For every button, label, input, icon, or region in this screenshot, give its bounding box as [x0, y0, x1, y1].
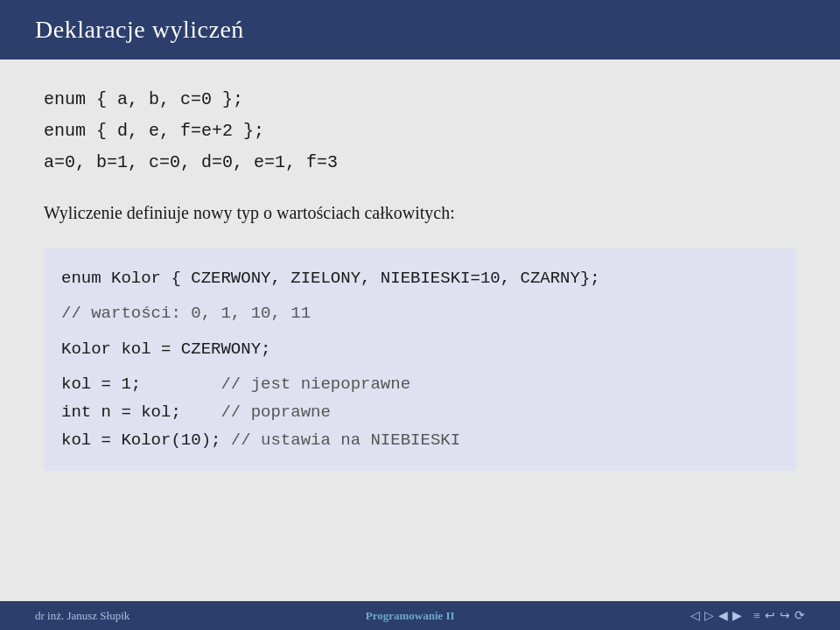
course-name: Programowanie II	[366, 609, 455, 623]
nav-icon-2[interactable]: ▷	[704, 608, 714, 623]
nav-icon-3[interactable]: ◀	[718, 608, 728, 623]
block-spacer-2	[61, 328, 779, 335]
presenter-name: dr inż. Janusz Słupik	[35, 609, 130, 623]
code-line-3: a=0, b=1, c=0, d=0, e=1, f=3	[44, 149, 796, 177]
slide-title: Deklaracje wyliczeń	[35, 16, 244, 43]
block-line-2: // wartości: 0, 1, 10, 11	[61, 299, 779, 327]
nav-icon-1[interactable]: ◁	[690, 608, 700, 623]
slide-content: enum { a, b, c=0 }; enum { d, e, f=e+2 }…	[0, 60, 840, 601]
nav-icon-7[interactable]: ↪	[780, 608, 790, 623]
nav-icon-5[interactable]: ≡	[753, 609, 760, 623]
block-line-4: Kolor kol = CZERWONY;	[61, 335, 779, 363]
code-line-1: enum { a, b, c=0 };	[44, 86, 796, 114]
top-code-block: enum { a, b, c=0 }; enum { d, e, f=e+2 }…	[44, 86, 796, 180]
nav-icon-8[interactable]: ⟳	[794, 608, 805, 623]
slide-header: Deklaracje wyliczeń	[0, 0, 840, 60]
prose-text: Wyliczenie definiuje nowy typ o wartości…	[44, 200, 796, 226]
slide-container: Deklaracje wyliczeń enum { a, b, c=0 }; …	[0, 0, 840, 630]
block-line-7: int n = kol; // poprawne	[61, 398, 779, 426]
block-line-8: kol = Kolor(10); // ustawia na NIEBIESKI	[61, 426, 779, 454]
nav-icon-6[interactable]: ↩	[765, 608, 775, 623]
nav-icon-4[interactable]: ▶	[732, 608, 742, 623]
block-line-6: kol = 1; // jest niepoprawne	[61, 370, 779, 398]
code-line-2: enum { d, e, f=e+2 };	[44, 117, 796, 145]
bottom-bar: dr inż. Janusz Słupik Programowanie II ◁…	[0, 601, 840, 630]
main-code-block: enum Kolor { CZERWONY, ZIELONY, NIEBIESK…	[44, 248, 796, 471]
block-spacer-3	[61, 363, 779, 370]
nav-icons: ◁ ▷ ◀ ▶ ≡ ↩ ↪ ⟳	[690, 608, 805, 623]
block-line-0: enum Kolor { CZERWONY, ZIELONY, NIEBIESK…	[61, 264, 779, 292]
block-spacer-1	[61, 292, 779, 299]
